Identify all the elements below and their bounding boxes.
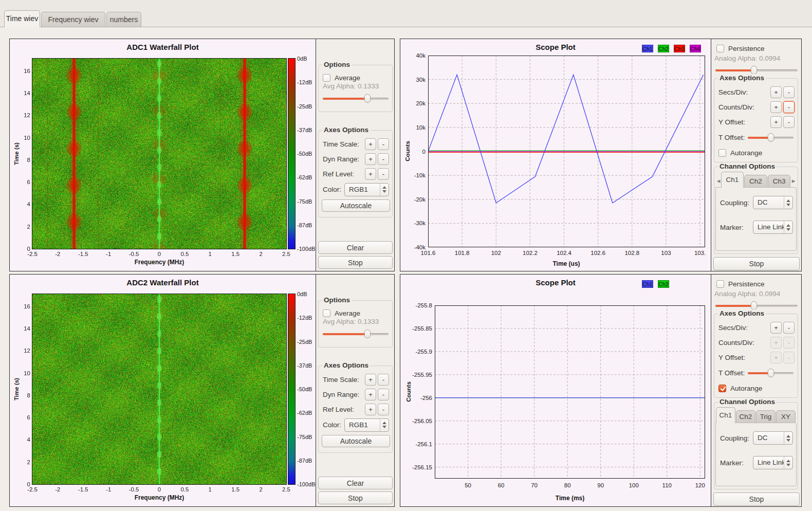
minus-button[interactable]: -	[783, 322, 795, 334]
coupling-label: Coupling:	[720, 434, 753, 442]
x-tick-label: 60	[498, 482, 505, 488]
analog-alpha-slider[interactable]	[715, 66, 798, 75]
channel-tab-ch1[interactable]: Ch1	[716, 407, 735, 423]
stop-button[interactable]: Stop	[713, 257, 800, 270]
x-tick-label: 102.2	[523, 250, 538, 256]
marker-spinbox[interactable]: Line Link	[753, 221, 793, 234]
spin-arrows-icon[interactable]	[784, 221, 792, 233]
slider-handle[interactable]	[364, 94, 371, 103]
y-tick-label: 10	[24, 370, 30, 376]
t-offset-label: T Offset:	[718, 369, 745, 377]
time-scale-plus-button[interactable]: +	[365, 374, 376, 386]
time-scale-minus-button[interactable]: -	[378, 374, 389, 386]
coupling-spinbox[interactable]: DC	[753, 431, 793, 445]
options-group-title: Options	[322, 61, 352, 68]
slider-handle[interactable]	[751, 66, 758, 75]
plus-button[interactable]: +	[770, 86, 782, 98]
marker-value: Line Link	[753, 221, 784, 233]
stop-button[interactable]: Stop	[318, 491, 393, 504]
channel-tab-trig[interactable]: Trig	[756, 410, 776, 423]
x-tick-label: 80	[564, 482, 571, 488]
y-tick-label: 4	[27, 436, 30, 443]
slider-handle[interactable]	[767, 369, 774, 377]
avg-alpha-label: Avg Alpha: 0.1333	[323, 318, 379, 325]
channel-tab-xy[interactable]: XY	[776, 410, 796, 423]
plus-button[interactable]: +	[770, 116, 782, 128]
dyn-range-plus-button[interactable]: +	[365, 389, 376, 400]
autoscale-button[interactable]: Autoscale	[322, 435, 390, 447]
x-tick-label: 100	[629, 482, 639, 488]
channel-tab-ch2[interactable]: Ch2	[736, 410, 755, 423]
coupling-row: Coupling: DC	[720, 196, 793, 209]
slider-handle[interactable]	[751, 301, 758, 310]
clear-button[interactable]: Clear	[318, 241, 393, 254]
spin-arrows-icon[interactable]	[380, 184, 389, 196]
ref-level-minus-button[interactable]: -	[378, 168, 389, 180]
adc1-plot-region: ADC1 Waterfall Plot Time (s) Frequency (…	[10, 39, 316, 271]
channel-tab-ch1[interactable]: Ch1	[721, 172, 744, 188]
color-spinbox[interactable]: RGB1	[344, 183, 389, 196]
autorange-checkbox[interactable]	[718, 149, 726, 157]
stop-button[interactable]: Stop	[713, 492, 800, 506]
spin-arrows-icon[interactable]	[784, 432, 792, 444]
time-scale-plus-button[interactable]: +	[365, 138, 376, 150]
x-tick-label: 2	[259, 486, 262, 492]
coupling-spinbox[interactable]: DC	[753, 196, 793, 209]
slider-handle[interactable]	[364, 330, 371, 338]
minus-button[interactable]: -	[783, 116, 795, 128]
avg-alpha-slider[interactable]	[323, 94, 389, 103]
tab-time-view[interactable]: Time wiev	[4, 10, 40, 27]
scope1-plot-region: Scope Plot Ch1Ch2Ch3Ch4 Counts Time (us)…	[400, 39, 711, 271]
t-offset-slider[interactable]	[748, 369, 793, 377]
x-tick-label: 103	[661, 250, 671, 256]
marker-spinbox[interactable]: Line Link	[753, 456, 793, 469]
y-tick-label: 4	[27, 201, 30, 207]
dyn-range-row: Dyn Range: + -	[319, 152, 392, 167]
ref-level-plus-button[interactable]: +	[365, 168, 376, 180]
plus-button[interactable]: +	[770, 337, 782, 349]
ref-level-row: Ref Level: + -	[319, 402, 392, 417]
autoscale-button[interactable]: Autoscale	[322, 199, 390, 212]
slider-handle[interactable]	[767, 133, 774, 142]
ref-level-plus-button[interactable]: +	[365, 404, 376, 415]
average-checkbox[interactable]	[323, 74, 330, 82]
plus-button[interactable]: +	[770, 322, 782, 334]
tab-scroll-left-icon[interactable]: ◀	[716, 178, 721, 188]
plus-button[interactable]: +	[770, 101, 782, 113]
clear-button[interactable]: Clear	[318, 477, 393, 489]
persistence-checkbox[interactable]	[716, 45, 724, 52]
analog-alpha-slider[interactable]	[715, 301, 798, 310]
dyn-range-minus-button[interactable]: -	[378, 389, 389, 400]
minus-button[interactable]: -	[783, 86, 795, 98]
spin-arrows-icon[interactable]	[784, 196, 792, 209]
color-spinbox[interactable]: RGB1	[344, 418, 389, 432]
minus-button[interactable]: -	[783, 101, 795, 113]
analog-alpha-label: Analog Alpha: 0.0994	[714, 290, 780, 298]
minus-button[interactable]: -	[783, 352, 795, 363]
x-tick-label: 102.4	[557, 250, 571, 256]
spin-arrows-icon[interactable]	[784, 457, 792, 469]
colorbar-tick-label: -75dB	[297, 198, 312, 205]
spin-arrows-icon[interactable]	[380, 419, 389, 431]
channel-tab-ch3[interactable]: Ch3	[768, 175, 791, 188]
dyn-range-plus-button[interactable]: +	[365, 153, 376, 165]
autorange-checkbox[interactable]	[718, 385, 726, 392]
slider-fill	[715, 305, 754, 307]
average-checkbox[interactable]	[323, 309, 330, 317]
t-offset-slider[interactable]	[748, 133, 793, 142]
avg-alpha-slider[interactable]	[323, 330, 389, 338]
tab-frequency-view[interactable]: Frequency wiev	[41, 12, 105, 27]
persistence-checkbox[interactable]	[716, 280, 724, 288]
plus-button[interactable]: +	[770, 352, 782, 363]
time-scale-minus-button[interactable]: -	[378, 138, 389, 150]
axes-options-title: Axes Options	[322, 361, 370, 369]
ref-level-minus-button[interactable]: -	[378, 404, 389, 415]
dyn-range-minus-button[interactable]: -	[378, 153, 389, 165]
tab-numbers[interactable]: numbers	[106, 12, 141, 27]
tab-scroll-right-icon[interactable]: ▶	[791, 178, 796, 188]
minus-button[interactable]: -	[783, 337, 795, 349]
stop-button[interactable]: Stop	[318, 256, 393, 269]
marker-row: Marker: Line Link	[720, 221, 793, 234]
y-tick-label: -255.95	[412, 372, 432, 378]
channel-tab-ch2[interactable]: Ch2	[744, 175, 767, 188]
